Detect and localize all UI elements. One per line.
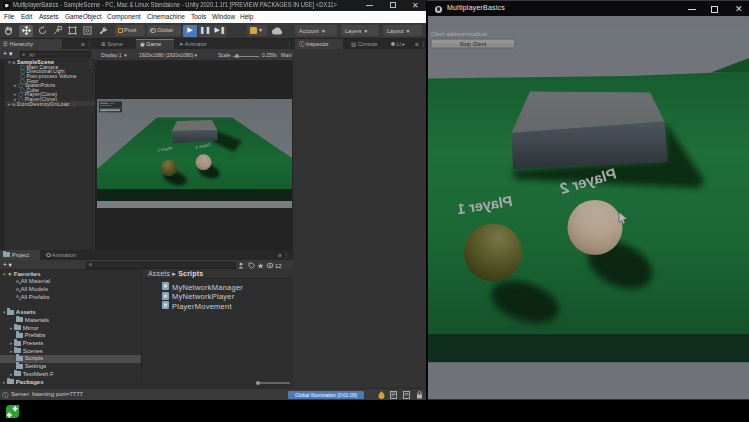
- svg-text:12: 12: [275, 263, 282, 269]
- svg-text:Client: address=localhost: Client: address=localhost: [431, 31, 488, 37]
- svg-text:Stop Client: Stop Client: [460, 41, 487, 47]
